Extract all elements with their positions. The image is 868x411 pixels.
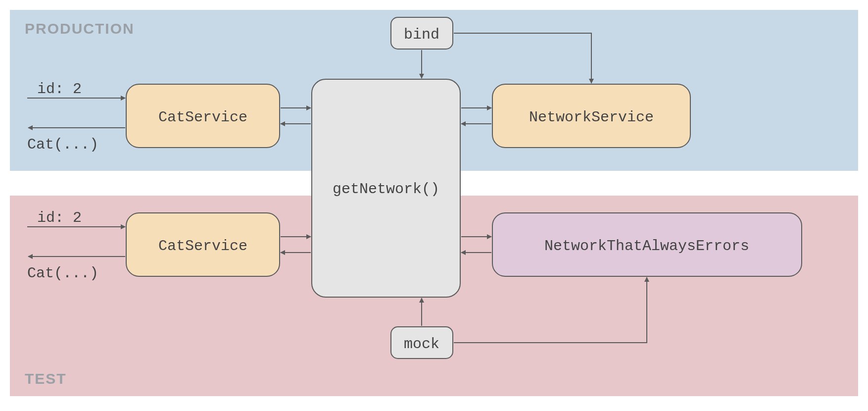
bind-label: bind — [404, 26, 439, 43]
diagram-canvas: PRODUCTION TEST getNetwork() bind mock C… — [0, 0, 868, 411]
io-id-prod: id: 2 — [37, 81, 82, 98]
test-section-label: TEST — [25, 370, 67, 387]
get-network-label: getNetwork() — [333, 181, 439, 198]
production-section-label: PRODUCTION — [25, 20, 135, 37]
mock-label: mock — [404, 336, 439, 353]
io-cat-test: Cat(...) — [27, 265, 98, 282]
cat-service-prod-label: CatService — [158, 109, 247, 126]
network-service-label: NetworkService — [529, 109, 654, 126]
io-id-test: id: 2 — [37, 209, 82, 226]
io-cat-prod: Cat(...) — [27, 136, 98, 153]
network-errors-label: NetworkThatAlwaysErrors — [544, 238, 749, 255]
cat-service-test-label: CatService — [158, 238, 247, 255]
